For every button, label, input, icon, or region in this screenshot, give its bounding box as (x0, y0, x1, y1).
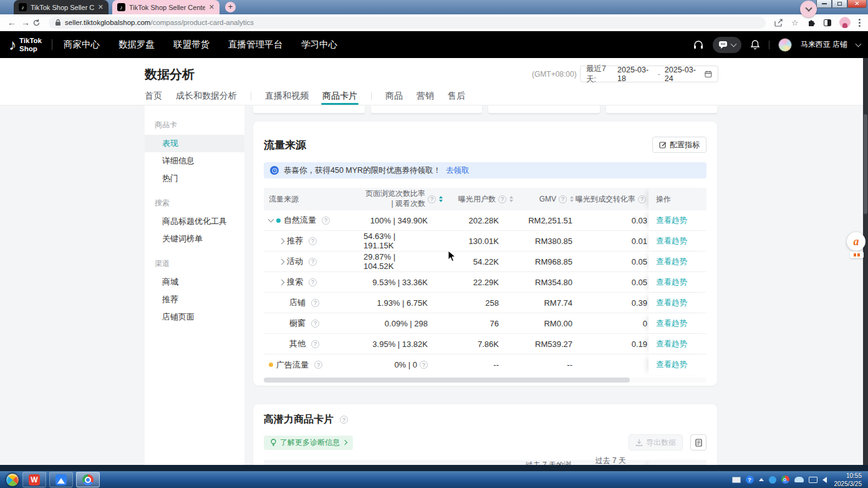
shop-name[interactable]: 马来西亚 店铺 (801, 39, 847, 50)
chevron-down-icon[interactable] (856, 41, 862, 47)
chrome-tray-icon[interactable] (781, 476, 789, 484)
export-data-button[interactable]: 导出数据 (629, 434, 683, 451)
help-icon[interactable]: ? (311, 340, 319, 348)
vertical-scrollbar[interactable] (863, 58, 868, 465)
nav-item-live-manager[interactable]: 直播管理平台 (228, 39, 282, 51)
messages-pill[interactable] (713, 37, 741, 53)
start-button[interactable] (6, 473, 19, 487)
cloud-tray-icon[interactable] (794, 477, 804, 482)
expand-icon[interactable] (279, 238, 285, 244)
report-list-button[interactable] (690, 434, 706, 451)
view-trend-link[interactable]: 查看趋势 (656, 277, 687, 288)
tray-expand-icon[interactable] (759, 478, 764, 481)
expand-icon[interactable] (279, 258, 285, 265)
view-trend-link[interactable]: 查看趋势 (656, 215, 687, 226)
tab-product-card[interactable]: 商品卡片 (322, 90, 357, 102)
close-button[interactable]: ✕ (847, 0, 867, 8)
collapse-icon[interactable] (268, 217, 274, 223)
help-icon[interactable]: ? (559, 195, 567, 203)
help-icon[interactable]: ? (340, 416, 348, 424)
refresh-button[interactable] (32, 19, 46, 27)
view-trend-link[interactable]: 查看趋势 (656, 318, 687, 329)
tiktok-shop-logo[interactable]: ♪ TikTokShop (9, 37, 42, 52)
side-panel-icon[interactable] (824, 19, 831, 26)
help-icon[interactable]: ? (498, 195, 506, 203)
sidebar-item-hot[interactable]: 热门 (145, 170, 244, 187)
nav-item-affiliate[interactable]: 联盟带货 (173, 39, 210, 51)
taskbar-app-chrome[interactable] (76, 472, 100, 487)
scrollbar-thumb[interactable] (264, 378, 630, 383)
help-icon[interactable]: ? (638, 195, 646, 203)
help-icon[interactable]: ? (322, 217, 330, 225)
document-icon (695, 439, 703, 447)
date-range-label: 最近7天: (586, 64, 613, 85)
help-icon[interactable]: ? (309, 237, 317, 245)
help-icon[interactable]: ? (309, 258, 317, 266)
sidebar-item-recommend[interactable]: 推荐 (145, 291, 244, 308)
view-trend-link[interactable]: 查看趋势 (656, 298, 687, 308)
tab-live-video[interactable]: 直播和视频 (265, 90, 309, 102)
nav-item-learning-center[interactable]: 学习中心 (301, 39, 337, 51)
network-display-icon[interactable] (809, 477, 817, 483)
volume-icon[interactable] (822, 477, 827, 483)
claim-coupon-link[interactable]: 去领取 (446, 165, 470, 176)
profile-avatar[interactable] (839, 17, 851, 28)
sidebar-item-details[interactable]: 详细信息 (145, 152, 244, 170)
notification-bell-icon[interactable] (750, 39, 760, 50)
taskbar-app-wps[interactable]: W (22, 472, 46, 487)
sidebar-item-keyword-ranking[interactable]: 关键词榜单 (145, 230, 244, 248)
browser-tab-1[interactable]: ♪ TikTok Shop Seller Center | Cr ✕ (14, 0, 109, 14)
tab-products[interactable]: 商品 (385, 90, 403, 102)
extensions-puzzle-icon[interactable] (807, 18, 816, 27)
diagnosis-info-link[interactable]: 了解更多诊断信息 (264, 436, 353, 450)
scrollbar-thumb[interactable] (864, 114, 867, 214)
bookmark-star-icon[interactable]: ☆ (791, 18, 799, 27)
new-tab-button[interactable]: + (225, 2, 236, 12)
help-icon[interactable]: ? (309, 278, 317, 286)
help-icon[interactable]: ? (314, 361, 322, 369)
taskbar-clock[interactable]: 10:55 2025/3/25 (832, 472, 865, 488)
tab-after-sales[interactable]: 售后 (448, 90, 465, 102)
edit-icon (659, 141, 667, 149)
taskbar-app-blue[interactable] (49, 472, 73, 487)
help-icon[interactable]: ? (420, 361, 428, 369)
help-tray-icon[interactable]: ? (746, 476, 754, 484)
help-icon[interactable]: ? (311, 299, 319, 307)
sidebar-item-title-optimizer[interactable]: 商品标题优化工具 (145, 213, 244, 230)
nav-item-seller-center[interactable]: 商家中心 (64, 39, 100, 51)
forward-button[interactable]: → (19, 17, 32, 27)
back-button[interactable]: ← (5, 17, 19, 27)
ime-icon[interactable] (732, 477, 741, 483)
floating-profile-bubble[interactable] (800, 1, 817, 17)
tab-home[interactable]: 首页 (145, 90, 162, 102)
address-bar[interactable]: seller.tiktokglobalshop.com/compass/prod… (49, 17, 766, 29)
headset-icon[interactable] (693, 39, 704, 51)
help-icon[interactable]: ? (311, 320, 319, 328)
tab-close-icon[interactable]: ✕ (209, 3, 215, 11)
promo-float-widget[interactable]: a (847, 232, 867, 258)
tray-app-icon[interactable] (769, 476, 776, 484)
view-trend-link[interactable]: 查看趋势 (656, 256, 687, 267)
browser-tab-2[interactable]: ♪ TikTok Shop Seller Center | Cr ✕ (112, 0, 219, 14)
tab-growth-analytics[interactable]: 成长和数据分析 (176, 90, 237, 102)
expand-icon[interactable] (279, 279, 285, 285)
tab-close-icon[interactable]: ✕ (98, 3, 104, 11)
view-trend-link[interactable]: 查看趋势 (656, 359, 687, 370)
tab-marketing[interactable]: 营销 (417, 90, 434, 102)
sidebar-item-performance[interactable]: 表现 (145, 135, 244, 152)
browser-menu-icon[interactable] (859, 19, 861, 27)
nav-item-data-compass[interactable]: 数据罗盘 (118, 39, 155, 51)
view-trend-link[interactable]: 查看趋势 (656, 339, 687, 349)
shop-avatar[interactable] (778, 38, 792, 52)
sidebar-item-mall[interactable]: 商城 (145, 273, 244, 291)
sidebar-section-channel: 渠道 (145, 254, 244, 273)
restore-button[interactable] (832, 0, 847, 8)
configure-metrics-button[interactable]: 配置指标 (652, 137, 706, 153)
share-icon[interactable] (774, 19, 783, 27)
horizontal-scrollbar[interactable] (264, 378, 706, 383)
view-trend-link[interactable]: 查看趋势 (656, 236, 687, 246)
sidebar-item-shop-page[interactable]: 店铺页面 (145, 308, 244, 326)
minimize-button[interactable] (816, 0, 832, 8)
help-icon[interactable]: ? (428, 195, 436, 203)
date-range-picker[interactable]: 最近7天: 2025-03-18 - 2025-03-24 (580, 66, 718, 82)
